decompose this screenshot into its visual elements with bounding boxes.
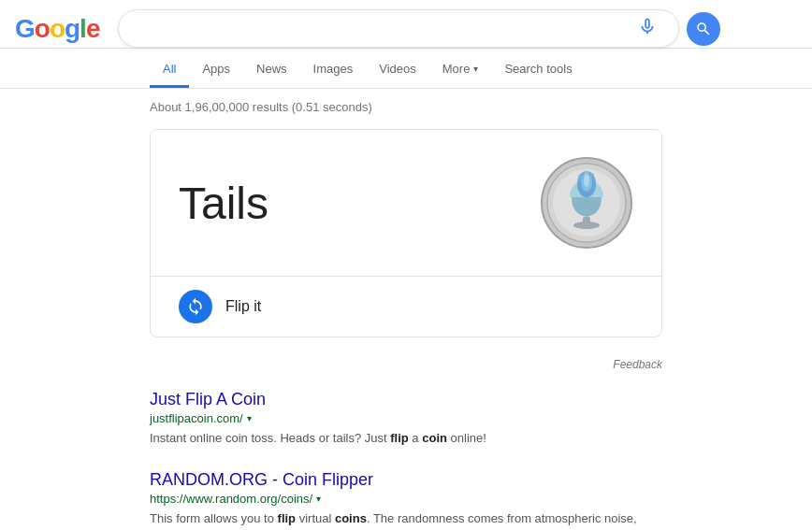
result-url-2: https://www.random.org/coins/ <box>150 492 312 506</box>
search-input[interactable]: Flip a coin <box>132 21 637 37</box>
header: Google Flip a coin <box>0 0 812 49</box>
coin-image <box>540 156 633 250</box>
svg-point-10 <box>585 171 589 176</box>
feedback-row: Feedback <box>150 356 662 371</box>
flip-it-label: Flip it <box>225 298 261 315</box>
tab-images[interactable]: Images <box>300 52 367 88</box>
results-count: About 1,96,00,000 results (0.51 seconds) <box>150 100 662 114</box>
coin-result-text: Tails <box>179 178 540 229</box>
coin-result-area: Tails <box>151 130 661 276</box>
feedback-link[interactable]: Feedback <box>613 358 662 371</box>
search-results: Just Flip A Coin justflipacoin.com/ ▾ In… <box>150 390 662 530</box>
result-url-1: justflipacoin.com/ <box>150 411 243 425</box>
flip-it-button[interactable] <box>179 290 212 323</box>
tab-search-tools[interactable]: Search tools <box>491 52 585 88</box>
nav-tabs: All Apps News Images Videos More ▾ Searc… <box>0 52 812 89</box>
result-url-dropdown-1[interactable]: ▾ <box>247 413 252 423</box>
svg-point-9 <box>590 173 594 177</box>
result-url-dropdown-2[interactable]: ▾ <box>316 494 321 504</box>
result-url-row-2: https://www.random.org/coins/ ▾ <box>150 492 662 506</box>
more-dropdown-arrow: ▾ <box>473 64 478 74</box>
result-title-2[interactable]: RANDOM.ORG - Coin Flipper <box>150 470 662 490</box>
tab-videos[interactable]: Videos <box>366 52 429 88</box>
microphone-icon[interactable] <box>637 16 658 41</box>
google-logo[interactable]: Google <box>15 14 99 44</box>
svg-rect-4 <box>583 217 590 226</box>
result-url-row-1: justflipacoin.com/ ▾ <box>150 411 662 425</box>
result-snippet-1: Instant online coin toss. Heads or tails… <box>150 429 662 448</box>
svg-point-7 <box>584 174 589 187</box>
result-item-1: Just Flip A Coin justflipacoin.com/ ▾ In… <box>150 390 662 448</box>
result-snippet-2: This form allows you to flip virtual coi… <box>150 509 662 531</box>
flip-button-area: Flip it <box>151 276 661 337</box>
search-button[interactable] <box>687 12 720 46</box>
tab-apps[interactable]: Apps <box>189 52 243 88</box>
svg-point-8 <box>578 174 584 179</box>
tab-all[interactable]: All <box>150 52 189 88</box>
main-content: About 1,96,00,000 results (0.51 seconds)… <box>0 89 812 530</box>
tab-more[interactable]: More ▾ <box>429 52 492 88</box>
search-bar: Flip a coin <box>118 9 679 48</box>
result-item-2: RANDOM.ORG - Coin Flipper https://www.ra… <box>150 470 662 531</box>
result-title-1[interactable]: Just Flip A Coin <box>150 390 662 409</box>
tab-news[interactable]: News <box>243 52 300 88</box>
coin-flip-widget: Tails <box>150 129 662 337</box>
